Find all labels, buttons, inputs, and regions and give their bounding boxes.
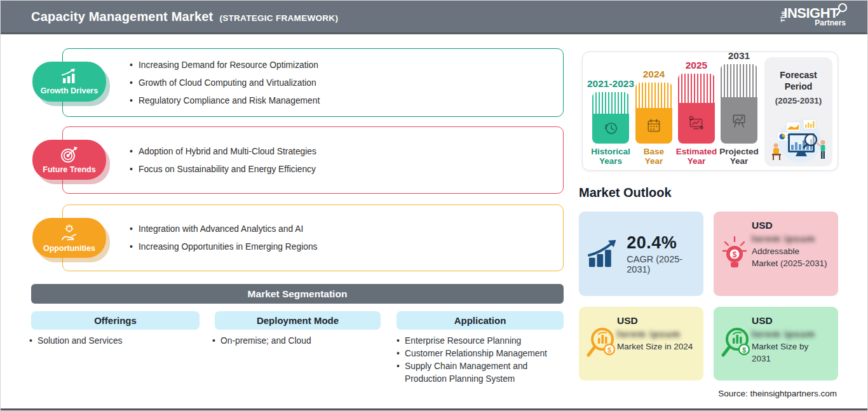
bottom-border bbox=[1, 408, 867, 410]
estimated-year-bar bbox=[678, 74, 715, 144]
opportunities-pill: Opportunities bbox=[32, 218, 106, 258]
market-size-2031-card: $ USD lorem ipsum Market Size by 2031 bbox=[714, 307, 838, 381]
hand-bulb-icon bbox=[60, 224, 79, 243]
list-item: Regulatory Compliance and Risk Managemen… bbox=[130, 96, 563, 105]
analytics-illustration bbox=[767, 116, 831, 164]
list-item: On-premise; and Cloud bbox=[212, 335, 384, 347]
list-item: Enterprise Resource Planning bbox=[397, 335, 560, 347]
list-item: Growth of Cloud Computing and Virtualiza… bbox=[130, 78, 563, 88]
magnifier-logo-icon bbox=[836, 3, 848, 17]
projection-board-icon bbox=[731, 112, 747, 129]
bulb-dollar-icon: $ bbox=[721, 234, 748, 274]
infographic-page: Capacity Management Market (STRATEGIC FR… bbox=[0, 0, 868, 411]
segmentation-title: Market Segmentation bbox=[248, 288, 348, 300]
target-icon bbox=[60, 146, 79, 164]
magnifier-chart-icon-green: $ bbox=[719, 325, 753, 362]
cagr-growth-icon bbox=[588, 239, 620, 269]
projected-year-bar bbox=[721, 64, 757, 144]
future-trends-box: Adoption of Hybrid and Multi-Cloud Strat… bbox=[62, 126, 564, 194]
svg-text:$: $ bbox=[733, 250, 737, 259]
calendar-icon bbox=[646, 118, 662, 134]
segment-header-offerings: Offerings bbox=[31, 311, 200, 330]
timeline-base: 2024 Base Year bbox=[634, 69, 674, 166]
timeline-projected: 2031 Projected Year bbox=[719, 50, 759, 166]
card-label: Market Size by 2031 bbox=[752, 341, 828, 365]
base-year-bar bbox=[635, 83, 672, 144]
bar-label: Estimated Year bbox=[676, 147, 717, 166]
forecast-period-title: Forecast Period bbox=[764, 70, 832, 92]
list-item: Integration with Advanced Analytics and … bbox=[130, 224, 563, 234]
bar-label: Historical Years bbox=[591, 147, 630, 166]
pill-label: Opportunities bbox=[43, 244, 95, 253]
list-item: Solution and Services bbox=[29, 335, 201, 347]
list-item: Adoption of Hybrid and Multi-Cloud Strat… bbox=[130, 147, 563, 156]
growth-drivers-pill: Growth Drivers bbox=[32, 62, 106, 102]
currency-label: USD bbox=[752, 315, 838, 327]
header-bar: Capacity Management Market (STRATEGIC FR… bbox=[1, 1, 867, 34]
offerings-items: Solution and Services bbox=[29, 335, 201, 347]
cagr-label: CAGR (2025-2031) bbox=[627, 254, 703, 274]
history-clock-icon bbox=[602, 120, 619, 137]
page-title: Capacity Management Market bbox=[31, 10, 213, 24]
blurred-value: lorem ipsum bbox=[617, 328, 703, 339]
historical-bar bbox=[592, 92, 629, 144]
logo-partners-text: Partners bbox=[815, 18, 846, 27]
opportunities-box: Integration with Advanced Analytics and … bbox=[62, 205, 564, 271]
list-item: Increasing Opportunities in Emerging Reg… bbox=[130, 242, 563, 252]
pill-label: Future Trends bbox=[43, 165, 95, 174]
cagr-value: 20.4% bbox=[627, 233, 703, 253]
card-label: Market Size in 2024 bbox=[617, 341, 693, 353]
application-items: Enterprise Resource Planning Customer Re… bbox=[397, 335, 560, 386]
timeline-estimated: 2025 Estimated Year bbox=[677, 60, 716, 166]
forecast-monitor-icon bbox=[688, 115, 705, 131]
bar-label: Base Year bbox=[634, 147, 674, 166]
year-label: 2024 bbox=[643, 69, 665, 80]
growth-drivers-list: Increasing Demand for Resource Optimizat… bbox=[63, 49, 563, 116]
source-attribution: Source: theinsightpartners.com bbox=[718, 389, 837, 398]
future-trends-pill: Future Trends bbox=[32, 140, 106, 180]
list-item: Customer Relationship Management bbox=[397, 347, 560, 360]
page-subtitle: (STRATEGIC FRAMEWORK) bbox=[219, 13, 338, 23]
market-size-2024-card: $ USD lorem ipsum Market Size in 2024 bbox=[579, 307, 703, 381]
magnifier-chart-icon-orange: $ bbox=[584, 325, 618, 362]
segment-header-application: Application bbox=[397, 311, 564, 330]
addressable-market-card: $ USD lorem ipsum Addressable Market (20… bbox=[714, 212, 838, 296]
brand-logo: The INSIGHT Partners bbox=[777, 6, 848, 27]
blurred-value: lorem ipsum bbox=[752, 328, 838, 339]
cagr-card: 20.4% CAGR (2025-2031) bbox=[579, 212, 703, 296]
list-item: Focus on Sustainability and Energy Effic… bbox=[130, 165, 563, 174]
segment-header-deployment-mode: Deployment Mode bbox=[215, 311, 381, 330]
header-title-group: Capacity Management Market (STRATEGIC FR… bbox=[31, 10, 338, 24]
blurred-value: lorem ipsum bbox=[752, 233, 838, 244]
deployment-mode-items: On-premise; and Cloud bbox=[212, 335, 384, 347]
currency-label: USD bbox=[617, 315, 703, 327]
year-label: 2025 bbox=[686, 60, 707, 71]
growth-drivers-box: Increasing Demand for Resource Optimizat… bbox=[62, 48, 564, 117]
bar-label: Projected Year bbox=[719, 147, 759, 166]
year-label: 2031 bbox=[728, 50, 750, 62]
market-outlook-title: Market Outlook bbox=[579, 185, 672, 200]
growth-chart-icon bbox=[60, 69, 79, 85]
logo-the-text: The bbox=[780, 11, 786, 22]
timeline-card: 2021-2023 Historical Years 2024 bbox=[582, 51, 838, 171]
card-label: Addressable Market (2025-2031) bbox=[752, 246, 828, 270]
currency-label: USD bbox=[752, 220, 838, 231]
list-item: Supply Chain Management and Production P… bbox=[397, 360, 560, 386]
list-item: Increasing Demand for Resource Optimizat… bbox=[130, 60, 563, 70]
opportunities-list: Integration with Advanced Analytics and … bbox=[63, 205, 563, 271]
forecast-period-range: (2025-2031) bbox=[775, 96, 822, 105]
forecast-period-panel: Forecast Period (2025-2031) bbox=[764, 57, 832, 166]
svg-text:$: $ bbox=[742, 346, 746, 354]
timeline-historical: 2021-2023 Historical Years bbox=[591, 78, 630, 166]
svg-text:$: $ bbox=[607, 346, 611, 354]
year-label: 2021-2023 bbox=[587, 78, 634, 90]
market-segmentation-bar: Market Segmentation bbox=[31, 284, 564, 304]
future-trends-list: Adoption of Hybrid and Multi-Cloud Strat… bbox=[63, 127, 563, 193]
pill-label: Growth Drivers bbox=[41, 86, 98, 95]
